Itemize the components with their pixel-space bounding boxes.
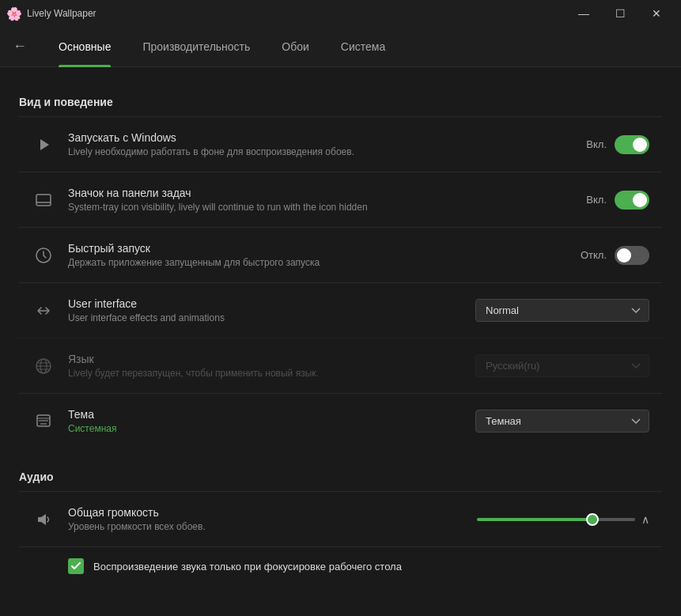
volume-title: Общая громкость (68, 506, 464, 519)
startup-toggle[interactable] (615, 135, 649, 154)
startup-toggle-wrap: Вкл. (586, 135, 649, 154)
tray-title: Значок на панели задач (68, 187, 573, 199)
theme-dropdown[interactable]: Темная Светлая Системная (475, 410, 649, 433)
quickstart-desc: Держать приложение запущенным для быстро… (68, 257, 568, 268)
setting-startup: Запускать с Windows Lively необходимо ра… (19, 116, 662, 172)
startup-slider (615, 135, 649, 154)
setting-volume: Общая громкость Уровень громкости всех о… (19, 491, 662, 546)
desktop-focus-row: Воспроизведение звука только при фокусир… (19, 546, 662, 585)
startup-title: Запускать с Windows (68, 131, 573, 144)
language-dropdown[interactable]: Русский(ru) English(en) (475, 354, 649, 377)
tray-toggle-wrap: Вкл. (586, 191, 649, 210)
appearance-section-header: Вид и поведение (19, 86, 662, 116)
tab-performance[interactable]: Производительность (127, 26, 266, 67)
maximize-button[interactable]: ☐ (602, 0, 638, 26)
startup-toggle-label: Вкл. (586, 138, 607, 150)
setting-theme: Тема Системная Темная Светлая Системная (19, 393, 662, 448)
app-title: Lively Wallpaper (27, 8, 96, 19)
quickstart-icon (32, 247, 55, 264)
desktop-focus-label: Воспроизведение звука только при фокусир… (93, 561, 402, 573)
tab-main[interactable]: Основные (43, 26, 127, 67)
setting-tray: Значок на панели задач System-tray icon … (19, 172, 662, 227)
setting-ui: User interface User interface effects an… (19, 282, 662, 338)
language-text: Язык Lively будет перезапущен, чтобы при… (68, 353, 463, 379)
quickstart-text: Быстрый запуск Держать приложение запуще… (68, 242, 568, 268)
quickstart-slider (615, 246, 649, 265)
svg-marker-0 (40, 139, 49, 150)
startup-desc: Lively необходимо работать в фоне для во… (68, 146, 573, 157)
minimize-button[interactable]: — (566, 0, 602, 26)
language-title: Язык (68, 353, 463, 365)
back-button[interactable]: ← (13, 38, 27, 55)
audio-section-header: Аудио (19, 461, 662, 491)
title-bar-controls: — ☐ ✕ (566, 0, 675, 26)
quickstart-toggle-label: Откл. (581, 249, 607, 261)
quickstart-title: Быстрый запуск (68, 242, 568, 255)
setting-quickstart: Быстрый запуск Держать приложение запуще… (19, 227, 662, 282)
language-icon (32, 357, 55, 375)
tray-toggle-label: Вкл. (586, 194, 607, 206)
ui-title: User interface (68, 297, 463, 310)
tray-icon (32, 191, 55, 209)
tray-text: Значок на панели задач System-tray icon … (68, 187, 573, 213)
quickstart-toggle-wrap: Откл. (581, 246, 649, 265)
svg-marker-14 (38, 514, 46, 525)
close-button[interactable]: ✕ (638, 0, 675, 26)
volume-text: Общая громкость Уровень громкости всех о… (68, 506, 464, 532)
quickstart-toggle[interactable] (615, 246, 649, 265)
tray-slider (615, 191, 649, 210)
nav-bar: ← Основные Производительность Обои Систе… (0, 26, 681, 67)
theme-title: Тема (68, 408, 463, 421)
ui-desc: User interface effects and animations (68, 312, 463, 323)
ui-text: User interface User interface effects an… (68, 297, 463, 323)
tab-wallpapers[interactable]: Обои (266, 26, 325, 67)
svg-rect-1 (36, 195, 51, 206)
volume-collapse-btn[interactable]: ∧ (641, 513, 649, 526)
theme-text: Тема Системная (68, 408, 463, 434)
desktop-focus-checkbox[interactable] (68, 558, 84, 574)
tray-toggle[interactable] (615, 191, 649, 210)
language-desc: Lively будет перезапущен, чтобы применит… (68, 368, 463, 379)
volume-slider[interactable] (477, 518, 635, 521)
volume-icon (32, 511, 55, 528)
ui-dropdown[interactable]: Normal Lite Full (475, 299, 649, 322)
content-area: Вид и поведение Запускать с Windows Live… (0, 67, 681, 616)
setting-language: Язык Lively будет перезапущен, чтобы при… (19, 338, 662, 393)
theme-desc: Системная (68, 423, 463, 434)
volume-slider-wrap: ∧ (477, 513, 649, 526)
tray-desc: System-tray icon visibility, lively will… (68, 202, 573, 213)
startup-icon (32, 136, 55, 153)
theme-icon (32, 413, 55, 430)
startup-text: Запускать с Windows Lively необходимо ра… (68, 131, 573, 157)
volume-desc: Уровень громкости всех обоев. (68, 521, 464, 532)
ui-icon (32, 302, 55, 319)
title-bar-left: 🌸 Lively Wallpaper (6, 6, 96, 21)
app-icon: 🌸 (6, 6, 21, 21)
tab-system[interactable]: Система (325, 26, 401, 67)
title-bar: 🌸 Lively Wallpaper — ☐ ✕ (0, 0, 681, 26)
